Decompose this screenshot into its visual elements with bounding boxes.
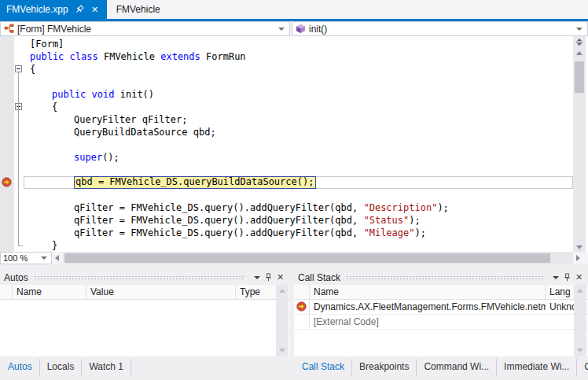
code-token: qFilter = FMVehicle_DS.query().addQueryF… xyxy=(74,215,363,226)
chevron-down-icon[interactable] xyxy=(41,256,47,260)
breakpoint-current-line-icon[interactable] xyxy=(2,177,12,187)
code-area[interactable]: [Form]public class FMVehicle extends For… xyxy=(24,38,573,252)
collapse-region-icon[interactable] xyxy=(15,65,22,72)
vertical-scroll-thumb[interactable] xyxy=(575,61,584,93)
zoom-level-control[interactable]: 100 % xyxy=(0,252,52,264)
code-token: FMVehicle xyxy=(98,51,160,62)
tool-tab-watch-1[interactable]: Watch 1 xyxy=(82,359,131,376)
code-line[interactable]: { xyxy=(24,101,573,113)
autos-grid-header: Name Value Type xyxy=(0,285,289,300)
scroll-up-icon[interactable] xyxy=(577,289,583,293)
document-tab-strip: FMVehicle.xpp ✕ FMVehicle xyxy=(0,0,588,19)
callstack-grid-header: Name Lang xyxy=(294,285,588,300)
tool-tab-call-stack[interactable]: Call Stack xyxy=(294,359,352,376)
code-line[interactable]: public class FMVehicle extends FormRun xyxy=(24,50,573,63)
pin-icon[interactable] xyxy=(561,271,573,283)
outline-guide-line xyxy=(18,72,19,245)
chevron-down-icon[interactable] xyxy=(278,28,285,31)
editor-bottom-bar: 100 % xyxy=(0,252,588,264)
code-line[interactable]: } xyxy=(24,239,573,252)
code-line[interactable] xyxy=(24,76,573,88)
split-up-icon xyxy=(577,39,582,41)
code-line[interactable]: [Form] xyxy=(24,38,573,50)
code-line[interactable] xyxy=(24,189,573,201)
chevron-down-icon[interactable] xyxy=(576,28,582,31)
frame-name: [External Code] xyxy=(310,315,546,329)
code-line[interactable]: public void init() xyxy=(24,88,573,101)
type-selector-combo[interactable]: [Form] FMVehicle xyxy=(0,21,290,36)
editor-horizontal-scrollbar[interactable] xyxy=(63,252,573,264)
code-line[interactable]: qFilter = FMVehicle_DS.query().addQueryF… xyxy=(24,227,573,239)
callstack-row-external[interactable]: [External Code] xyxy=(294,315,588,330)
editor-splitter-button[interactable] xyxy=(573,36,586,47)
callstack-column-name[interactable]: Name xyxy=(310,285,546,299)
doc-tab-fmvehicle-xpp[interactable]: FMVehicle.xpp ✕ xyxy=(0,0,107,19)
autos-column-name[interactable]: Name xyxy=(13,285,86,299)
visual-studio-window: FMVehicle.xpp ✕ FMVehicle [For xyxy=(0,0,588,380)
breakpoint-margin[interactable] xyxy=(0,36,14,252)
callstack-icon-column xyxy=(294,285,310,299)
window-menu-icon[interactable] xyxy=(549,271,561,283)
scroll-right-icon[interactable] xyxy=(576,255,580,261)
code-token: "Description" xyxy=(363,202,437,213)
autos-scrollbar[interactable] xyxy=(276,285,288,356)
code-line[interactable]: { xyxy=(24,63,573,76)
autos-grid: Name Value Type xyxy=(0,285,289,356)
tool-tab-autos[interactable]: Autos xyxy=(0,359,40,376)
callstack-title-bar[interactable]: Call Stack ✕ xyxy=(294,270,588,285)
horizontal-scroll-thumb[interactable] xyxy=(64,253,550,263)
callstack-scrollbar[interactable] xyxy=(574,285,586,356)
callstack-column-lang[interactable]: Lang xyxy=(546,285,574,299)
code-token: [Form] xyxy=(30,39,64,50)
autos-title-bar[interactable]: Autos ✕ xyxy=(0,270,289,285)
code-line[interactable]: qFilter = FMVehicle_DS.query().addQueryF… xyxy=(24,214,573,227)
window-menu-icon[interactable] xyxy=(251,271,263,283)
code-editor[interactable]: [Form]public class FMVehicle extends For… xyxy=(0,36,588,252)
code-token: qFilter = FMVehicle_DS.query().addQueryF… xyxy=(74,202,363,213)
split-down-icon xyxy=(577,43,582,46)
right-tool-tab-strip: Call StackBreakpointsCommand Wi...Immedi… xyxy=(294,359,588,376)
doc-tab-label: FMVehicle xyxy=(116,4,160,15)
doc-tab-fmvehicle[interactable]: FMVehicle xyxy=(107,0,170,19)
scroll-up-icon[interactable] xyxy=(279,289,285,293)
code-line-current-statement[interactable]: qbd = FMVehicle_DS.queryBuildDataSource(… xyxy=(24,176,573,189)
code-token: qbd = FMVehicle_DS.queryBuildDataSource(… xyxy=(75,176,314,187)
code-token: ); xyxy=(437,202,448,213)
outlining-margin[interactable] xyxy=(14,36,24,252)
split-bar-icon xyxy=(576,42,582,42)
close-icon[interactable]: ✕ xyxy=(90,6,101,14)
autos-column-value[interactable]: Value xyxy=(86,285,236,299)
autos-column-type[interactable]: Type xyxy=(236,285,276,299)
code-line[interactable]: super(); xyxy=(24,151,573,164)
tool-tab-command-wi[interactable]: Command Wi... xyxy=(417,359,497,376)
scroll-down-icon[interactable] xyxy=(279,349,285,352)
code-token: { xyxy=(52,101,57,113)
panel-title: Call Stack xyxy=(298,272,340,283)
scroll-left-icon[interactable] xyxy=(55,255,59,261)
code-line[interactable] xyxy=(24,164,573,176)
scroll-up-icon[interactable] xyxy=(576,51,582,55)
type-selector-value: [Form] FMVehicle xyxy=(14,24,278,35)
scroll-down-icon[interactable] xyxy=(576,245,582,249)
pin-icon[interactable] xyxy=(263,271,274,283)
close-icon[interactable]: ✕ xyxy=(274,271,286,283)
form-icon xyxy=(4,24,14,34)
code-line[interactable]: qFilter = FMVehicle_DS.query().addQueryF… xyxy=(24,201,573,214)
tool-tab-breakpoints[interactable]: Breakpoints xyxy=(352,359,417,376)
code-line[interactable]: QueryBuildDataSource qbd; xyxy=(24,126,573,138)
code-token: (); xyxy=(102,152,119,163)
scroll-down-icon[interactable] xyxy=(577,349,583,352)
code-token: qFilter = FMVehicle_DS.query().addQueryF… xyxy=(74,227,363,238)
code-line[interactable] xyxy=(24,138,573,151)
member-selector-combo[interactable]: init() xyxy=(292,21,588,36)
code-line[interactable]: QueryFilter qFilter; xyxy=(24,113,573,126)
tool-tab-output[interactable]: Output xyxy=(577,359,588,376)
close-icon[interactable]: ✕ xyxy=(573,271,585,283)
tool-tab-locals[interactable]: Locals xyxy=(40,359,83,376)
code-token: ); xyxy=(415,227,426,238)
tool-tab-immediate-wi[interactable]: Immediate Wi... xyxy=(497,359,577,376)
editor-vertical-scrollbar[interactable] xyxy=(573,47,586,252)
pin-icon[interactable] xyxy=(75,5,85,15)
autos-icon-column xyxy=(0,285,13,299)
callstack-row-current[interactable]: Dynamics.AX.FleetManagement.Forms.FMVehi… xyxy=(294,300,588,315)
